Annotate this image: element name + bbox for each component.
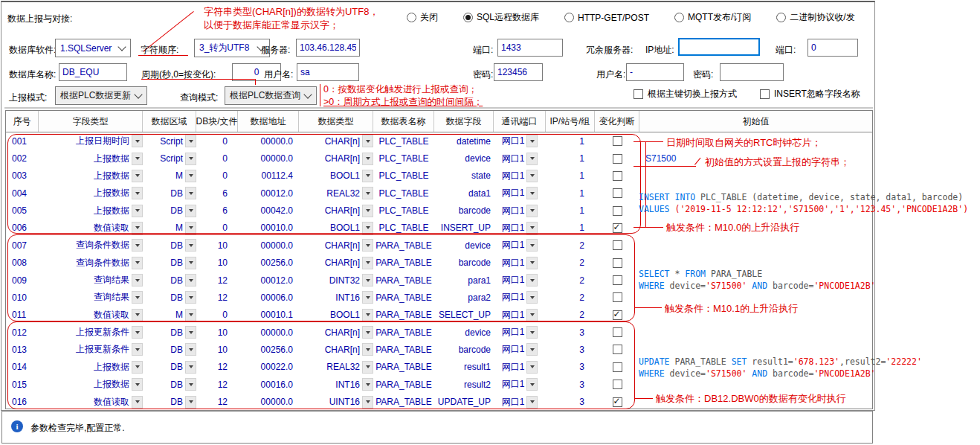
db-name-input[interactable] (59, 63, 127, 81)
db-name-label: 数据库名称: (9, 68, 56, 81)
sql-line: INSERT INTO PLC_TABLE (datetime, device,… (639, 191, 968, 203)
protocol-radio-label: 二进制协议收/发 (790, 11, 854, 24)
sql-segment-str: '22222' (886, 356, 921, 367)
trigger3-tick (635, 398, 653, 399)
redundant-port-input[interactable] (807, 39, 858, 57)
protocol-radio-2[interactable]: HTTP-GET/POST (564, 13, 649, 23)
redundant-port-label: 端口: (776, 44, 796, 57)
cell-init-value (639, 237, 872, 254)
redundant-ip-label: IP地址: (645, 44, 674, 57)
sql-segment-id: barcode= (767, 281, 813, 291)
sql-line: WHERE device='S71500' AND barcode='PNCOD… (639, 280, 876, 292)
protocol-radio-0[interactable]: 关闭 (407, 11, 438, 24)
radio-icon[interactable] (564, 13, 574, 22)
cycle-underline (141, 79, 256, 80)
sql-segment-str: ('2019-11-5 12:12:12','S71500','1','123.… (674, 204, 968, 214)
username-input[interactable] (297, 63, 359, 81)
db-software-select[interactable]: 1.SQLServer (55, 39, 131, 57)
username2-input[interactable] (626, 63, 684, 81)
sql-segment-str: 'S71500' (706, 281, 747, 291)
sql-segment-str: 'PNCODE1A2B' (813, 281, 875, 291)
protocol-radio-4[interactable]: 二进制协议收/发 (776, 11, 854, 24)
protocol-radio-label: 关闭 (420, 11, 438, 24)
trigger1-tick (634, 227, 663, 228)
password2-label: 密码: (693, 68, 713, 81)
sql-segment-kw: SET (732, 356, 752, 367)
sql-segment-id: device= (670, 368, 706, 379)
mode-note-line1: 0：按数据变化触发进行上报或查询； (323, 83, 477, 96)
charset-annotation-line2: 以便于数据库能正常显示汉字； (204, 19, 378, 32)
cycle-connector (255, 79, 256, 85)
column-header-1: 字段类型 (39, 111, 143, 132)
rtc-note: 日期时间取自网关的RTC时钟芯片； (666, 136, 821, 150)
column-header-3: DB块/文件 (196, 111, 238, 132)
protocol-radio-group: 关闭SQL远程数据库HTTP-GET/POSTMQTT发布/订阅二进制协议收/发 (407, 11, 855, 24)
info-icon: i (11, 420, 23, 432)
chevron-down-icon (117, 42, 126, 51)
column-header-5: 数据类型 (299, 111, 373, 132)
charset-annotation-line1: 字符串类型(CHAR[n])的数据转为UTF8， (204, 5, 378, 19)
chevron-down-icon (134, 90, 142, 98)
db-software-value: 1.SQLServer (60, 43, 112, 54)
chevron-down-icon (303, 90, 312, 98)
trigger2-tick (635, 307, 662, 308)
group2-outline (7, 234, 635, 321)
trigger1-note: 触发条件：M10.0的上升沿执行 (666, 221, 799, 234)
report-mode-select[interactable]: 根据PLC数据更新 (55, 86, 147, 105)
query-mode-label: 查询模式: (180, 92, 218, 104)
column-header-11: 初始值 (639, 111, 872, 132)
password2-input[interactable] (720, 63, 784, 81)
primary-key-checkbox-item[interactable]: 根据主键切换上报方式 (634, 88, 737, 100)
section-divider (4, 107, 873, 109)
radio-icon[interactable] (463, 13, 473, 22)
redundant-ip-input[interactable] (678, 38, 760, 56)
username-label: 用户名: (264, 68, 293, 81)
config-panel: 数据上报与对接: 字符串类型(CHAR[n])的数据转为UTF8， 以便于数据库… (1, 1, 875, 411)
sql-line: UPDATE PARA_TABLE SET result1='678.123',… (639, 356, 922, 368)
insert-ignore-checkbox[interactable] (760, 89, 770, 99)
init-note: 初始值的方式设置上报的字符串； (705, 156, 850, 169)
status-bar: i 参数检查完毕,配置正常. (1, 411, 873, 444)
sql-segment-id: barcode= (767, 368, 813, 379)
password-label: 密码: (473, 68, 493, 81)
sql-segment-str: 'PNCODE1A2B' (813, 368, 875, 379)
panel-title: 数据上报与对接: (7, 13, 72, 25)
trigger3-note: 触发条件：DB12.DBW0的数据有变化时执行 (656, 392, 846, 406)
protocol-radio-3[interactable]: MQTT发布/订阅 (674, 11, 751, 24)
sql-segment-kw: SELECT (639, 269, 674, 279)
redundant-server-label: 冗余服务器: (586, 44, 633, 57)
sql-update-annotation: UPDATE PARA_TABLE SET result1='678.123',… (639, 356, 922, 380)
sql-line: WHERE device='S71500' AND barcode='PNCOD… (639, 368, 922, 380)
server-input[interactable] (296, 39, 360, 57)
sql-segment-kw: FROM (685, 269, 711, 279)
sql-segment-str: 'S71500' (706, 368, 747, 379)
primary-key-checkbox[interactable] (634, 89, 643, 99)
query-mode-select[interactable]: 根据PLC数据查询 (225, 86, 317, 105)
column-header-10: 变化判断 (595, 111, 639, 132)
sql-segment-kw: VALUES (639, 204, 674, 214)
sql-segment-id: PLC_TABLE (datetime, device, state, data… (700, 192, 963, 202)
protocol-radio-label: HTTP-GET/POST (578, 13, 649, 23)
protocol-radio-1[interactable]: SQL远程数据库 (463, 11, 539, 24)
server-label: 服务器: (261, 44, 290, 57)
sql-segment-id: * (674, 269, 685, 279)
column-header-2: 数据区域 (143, 111, 196, 132)
insert-ignore-checkbox-item[interactable]: INSERT忽略字段名称 (760, 88, 860, 100)
column-header-6: 数据表名称 (373, 111, 434, 132)
insert-ignore-checkbox-label: INSERT忽略字段名称 (774, 88, 860, 100)
column-header-9: IP/站号/组 (546, 111, 595, 132)
sql-segment-kw: WHERE (639, 281, 670, 291)
password-input[interactable] (494, 63, 543, 81)
rtc-note-tick (634, 141, 663, 142)
status-message: 参数检查完毕,配置正常. (30, 422, 125, 435)
charset-order-select[interactable]: 3_转为UTF8 (194, 39, 270, 57)
group1-outline (7, 134, 641, 234)
cell-init-value (639, 324, 872, 341)
port-label: 端口: (473, 44, 493, 57)
username2-label: 用户名: (596, 68, 625, 81)
port-input[interactable] (497, 39, 563, 57)
radio-icon[interactable] (407, 13, 416, 22)
column-header-7: 数据字段 (434, 111, 494, 132)
radio-icon[interactable] (674, 13, 684, 22)
radio-icon[interactable] (776, 13, 786, 22)
